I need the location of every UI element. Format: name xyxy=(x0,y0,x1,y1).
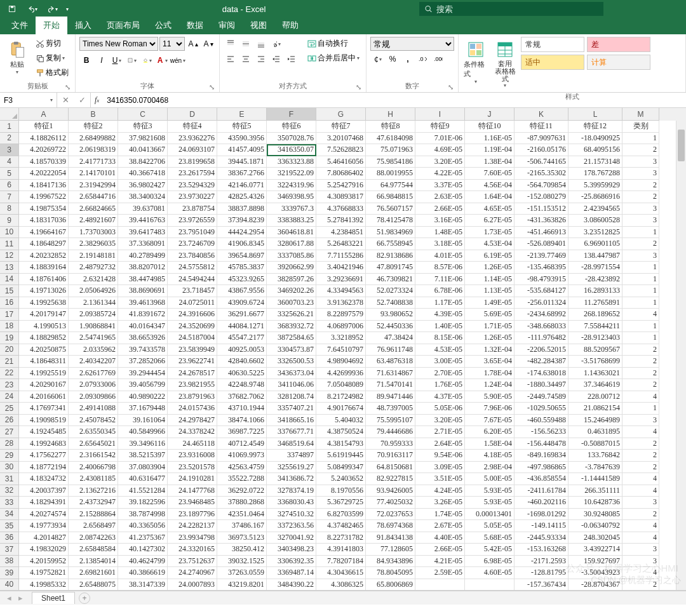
cell[interactable]: 37.3368091 xyxy=(118,238,168,250)
cell[interactable]: 47.6184098 xyxy=(366,133,415,145)
cell[interactable]: 48.7397005 xyxy=(366,403,415,415)
cell[interactable]: 37394.8239 xyxy=(217,215,267,227)
cell[interactable]: 2.42394565 xyxy=(568,203,622,215)
cell[interactable]: 1 xyxy=(622,285,659,297)
cell[interactable]: 2.19148181 xyxy=(69,250,118,262)
cell[interactable]: -152.080279 xyxy=(514,191,568,203)
cell[interactable]: 24.1910281 xyxy=(168,473,217,485)
cell[interactable]: -3.50043923 xyxy=(568,567,622,579)
cell[interactable]: 3 xyxy=(622,556,659,568)
cell[interactable]: 40.3667418 xyxy=(118,168,168,180)
cell[interactable]: 2.09385724 xyxy=(69,309,118,321)
cell[interactable]: -2139.77469 xyxy=(514,250,568,262)
cell[interactable]: 39.4056799 xyxy=(118,379,168,391)
cell[interactable]: -348.668033 xyxy=(514,321,568,333)
cell[interactable]: 36.9802427 xyxy=(118,180,168,192)
cell[interactable]: 1 xyxy=(622,274,659,286)
cell[interactable]: 4.53E-05 xyxy=(415,344,465,356)
cell[interactable]: 4.33494563 xyxy=(316,285,366,297)
scroll-thumb[interactable] xyxy=(678,130,685,161)
clipboard-launcher[interactable]: ⤡ xyxy=(64,83,71,91)
tab-插入[interactable]: 插入 xyxy=(67,17,99,34)
cell[interactable]: 4.01E-05 xyxy=(415,250,465,262)
comma-button[interactable]: , xyxy=(401,52,415,66)
cell[interactable]: 3.16E-05 xyxy=(415,215,465,227)
cell[interactable]: 248.302045 xyxy=(568,532,622,544)
cell[interactable]: 6.78E-06 xyxy=(415,285,465,297)
cell[interactable]: 4.1990513 xyxy=(19,321,69,333)
cell[interactable]: 64.8150681 xyxy=(366,462,415,474)
cell[interactable]: 66.9848815 xyxy=(366,191,415,203)
cell[interactable]: 2.64E-05 xyxy=(415,438,465,450)
cell[interactable]: -87.9097631 xyxy=(514,133,568,145)
row-header[interactable]: 13 xyxy=(0,262,19,274)
cell[interactable]: 2.15288864 xyxy=(69,509,118,521)
cell[interactable]: 2.43732947 xyxy=(69,497,118,509)
cell[interactable]: 23.9821955 xyxy=(168,379,217,391)
row-header[interactable]: 29 xyxy=(0,450,19,462)
cell[interactable]: 4.20290167 xyxy=(19,379,69,391)
cell[interactable]: 2.66824665 xyxy=(69,203,118,215)
cell[interactable]: 特征4 xyxy=(168,121,217,133)
cell[interactable]: 5.93E-05 xyxy=(465,497,514,509)
cell[interactable]: 4.18648311 xyxy=(19,356,69,368)
cell[interactable]: 38250.412 xyxy=(217,544,267,556)
cell[interactable]: 3219522.09 xyxy=(267,168,316,180)
cell[interactable]: -1880.34497 xyxy=(514,379,568,391)
cell[interactable]: 2.0335962 xyxy=(69,344,118,356)
cell[interactable]: 1.38E-04 xyxy=(465,156,514,168)
alignment-launcher[interactable]: ⤡ xyxy=(354,83,362,91)
row-header[interactable]: 3 xyxy=(0,144,19,156)
cell[interactable]: 2.48792732 xyxy=(69,262,118,274)
cell[interactable]: 23.7951049 xyxy=(168,227,217,239)
cell[interactable]: 23.7840856 xyxy=(168,250,217,262)
cell[interactable]: 3280617.88 xyxy=(267,238,316,250)
cell[interactable]: 2.06198319 xyxy=(69,144,118,156)
cell[interactable]: 2 xyxy=(622,379,659,391)
cell[interactable]: 特征1 xyxy=(19,121,69,133)
cell[interactable]: 3403498.23 xyxy=(267,544,316,556)
cell[interactable]: 3325626.21 xyxy=(267,309,316,321)
cell[interactable]: 3.20107468 xyxy=(316,133,366,145)
cell[interactable]: 23.9934798 xyxy=(168,532,217,544)
cell[interactable]: 23.5294329 xyxy=(168,180,217,192)
cell[interactable]: 23.8791963 xyxy=(168,391,217,403)
cell[interactable]: -25.8686916 xyxy=(568,191,622,203)
cell[interactable]: 2 xyxy=(622,180,659,192)
vertical-scrollbar[interactable] xyxy=(676,121,686,590)
cell[interactable]: 65.8006869 xyxy=(366,579,415,591)
cell[interactable]: 2.45078452 xyxy=(69,415,118,427)
cell[interactable]: -1698.01292 xyxy=(514,509,568,521)
cell[interactable]: 3 xyxy=(622,497,659,509)
row-header[interactable]: 31 xyxy=(0,473,19,485)
cell[interactable]: 1 xyxy=(622,262,659,274)
cell[interactable]: 2 xyxy=(622,368,659,380)
cell[interactable]: 3469202.26 xyxy=(267,285,316,297)
cell[interactable]: 4.18839164 xyxy=(19,262,69,274)
cell[interactable]: 2 xyxy=(622,509,659,521)
cell[interactable]: 40.2789499 xyxy=(118,250,168,262)
name-box-input[interactable] xyxy=(4,96,42,105)
cell[interactable]: 4.20179147 xyxy=(19,309,69,321)
cell[interactable]: 43867.9556 xyxy=(217,285,267,297)
cell[interactable]: 4.18829852 xyxy=(19,332,69,344)
border-button[interactable]: ▾ xyxy=(125,53,139,67)
cell[interactable]: 88.0019955 xyxy=(366,168,415,180)
row-header[interactable]: 30 xyxy=(0,462,19,474)
cell[interactable]: 4 xyxy=(622,391,659,403)
tab-审阅[interactable]: 审阅 xyxy=(211,17,243,34)
cell[interactable]: 5.93E-05 xyxy=(465,485,514,497)
cell[interactable]: 3.20E-05 xyxy=(415,156,465,168)
col-header-D[interactable]: D xyxy=(168,108,217,121)
col-header-L[interactable]: L xyxy=(568,108,622,121)
cell[interactable]: 21.1573148 xyxy=(568,156,622,168)
cell[interactable]: 43590.3956 xyxy=(217,133,267,145)
cell[interactable]: 178.767288 xyxy=(568,168,622,180)
cell[interactable]: 4.19925519 xyxy=(19,368,69,380)
cell[interactable]: 133.76842 xyxy=(568,450,622,462)
cell[interactable]: 1.26E-05 xyxy=(465,332,514,344)
cell[interactable]: 3469398.95 xyxy=(267,191,316,203)
cell[interactable]: 4 xyxy=(622,567,659,579)
align-right-button[interactable] xyxy=(254,52,268,66)
cell[interactable]: 特征2 xyxy=(69,121,118,133)
